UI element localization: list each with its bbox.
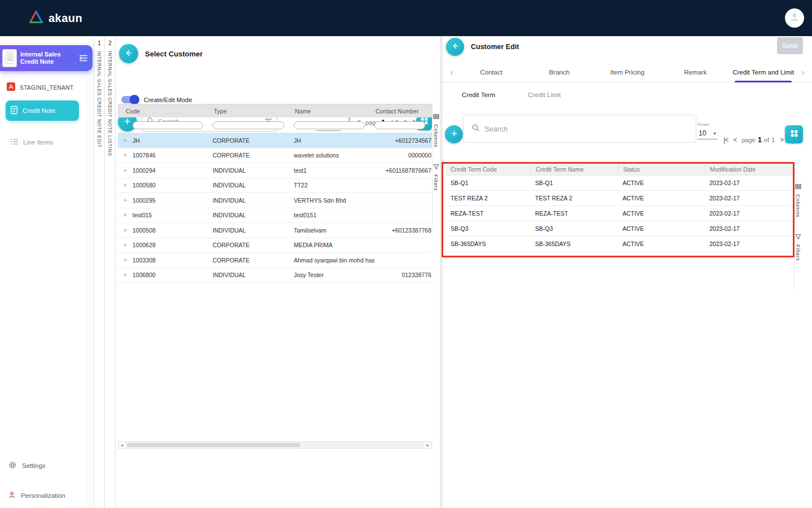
brand[interactable]: akaun <box>28 10 82 27</box>
credit-term-row[interactable]: REZA-TEST REZA-TEST ACTIVE 2023-02-17 <box>446 206 794 221</box>
horizontal-scrollbar[interactable]: ◄ ► <box>118 441 432 449</box>
create-edit-mode-toggle[interactable] <box>121 96 138 103</box>
cell-name: TT22 <box>294 182 374 189</box>
row-expand-chevron-icon[interactable]: > <box>118 198 133 203</box>
credit-term-table-tools: Columns Filters <box>794 174 802 290</box>
edit-tab[interactable]: Contact <box>457 62 526 82</box>
personalization-icon <box>8 491 16 500</box>
sidebar-item-personalization[interactable]: Personalization <box>8 491 65 500</box>
cell-code: test015 <box>133 212 213 218</box>
filter-input-name[interactable] <box>294 121 365 129</box>
customer-row[interactable]: > 1000628 CORPORATE MEDIA PRIMA <box>118 238 432 253</box>
credit-term-row[interactable]: SB-365DAYS SB-365DAYS ACTIVE 2023-02-17 <box>446 237 794 252</box>
columns-icon <box>795 182 801 192</box>
main-area: Internal Sales Credit Note STAGING_TENAN… <box>0 36 812 508</box>
module-header-internal-sales-credit-note[interactable]: Internal Sales Credit Note <box>0 45 92 71</box>
sidebar-item-credit-note[interactable]: Credit Note <box>6 100 79 121</box>
filters-tool[interactable]: Filters <box>795 232 801 261</box>
credit-term-row[interactable]: SB-Q3 SB-Q3 ACTIVE 2023-02-17 <box>446 221 794 237</box>
customer-row[interactable]: > 1006800 INDIVIDUAL Josy Tester 0123387… <box>118 268 432 283</box>
cell-credit-term-code: SB-365DAYS <box>446 240 531 247</box>
workspace-tab-2[interactable]: 2 INTERNAL SALES CREDIT NOTE LISTING <box>105 36 116 508</box>
tenant-name: STAGING_TENANT <box>20 85 73 91</box>
pagination-next-icon[interactable]: > <box>780 136 783 144</box>
back-button[interactable] <box>446 38 464 56</box>
cell-name: Josy Tester <box>294 271 374 278</box>
sidebar-item-settings[interactable]: Settings <box>8 461 46 471</box>
edit-tab[interactable]: Branch <box>526 62 594 82</box>
cell-code: 1000580 <box>133 182 213 189</box>
columns-tool[interactable]: Columns <box>795 182 801 217</box>
customer-row[interactable]: > 1000295 INDIVIDUAL VERTHYS Sdn Bhd <box>118 193 432 208</box>
row-expand-chevron-icon[interactable]: > <box>118 242 133 248</box>
credit-subtab[interactable]: Credit Term <box>454 91 503 98</box>
scrollbar-thumb[interactable] <box>127 443 300 447</box>
add-credit-term-button[interactable] <box>445 125 463 143</box>
row-expand-chevron-icon[interactable]: > <box>118 227 133 233</box>
credit-term-table-header: Credit Term CodeCredit Term NameStatusMo… <box>446 163 794 176</box>
row-expand-chevron-icon[interactable]: > <box>118 168 133 173</box>
row-expand-chevron-icon[interactable]: > <box>118 212 133 218</box>
column-header: Type <box>213 108 294 115</box>
columns-label: Columns <box>433 124 439 147</box>
scrollbar-track[interactable] <box>126 442 424 448</box>
customer-row[interactable]: > JH CORPORATE JH +6012734567 <box>118 133 432 148</box>
edit-tab[interactable]: Credit Term and Limit <box>729 62 797 82</box>
cell-modification-date: 2023-02-17 <box>705 195 794 202</box>
filter-input-contact[interactable] <box>374 121 425 129</box>
cell-type: INDIVIDUAL <box>213 197 294 204</box>
tabs-scroll-right-icon[interactable]: › <box>797 68 809 77</box>
credit-term-table: Credit Term CodeCredit Term NameStatusMo… <box>446 163 794 252</box>
row-expand-chevron-icon[interactable]: > <box>118 182 133 188</box>
user-avatar[interactable] <box>785 8 804 28</box>
workspace-tab-1[interactable]: 1 INTERNAL SALES CREDIT NOTE EDIT <box>94 36 105 508</box>
cell-name: wavelet solutions <box>294 152 374 159</box>
edit-tab[interactable]: Remark <box>661 62 730 82</box>
rows-select[interactable]: 10 ▼ <box>698 129 718 139</box>
scroll-right-icon[interactable]: ► <box>424 443 431 447</box>
scroll-left-icon[interactable]: ◄ <box>118 443 126 447</box>
customer-row[interactable]: > test015 INDIVIDUAL test0151 <box>118 208 432 224</box>
menu-collapse-icon[interactable] <box>79 54 88 62</box>
credit-term-search-input[interactable] <box>484 125 688 133</box>
pagination-prev-icon[interactable]: < <box>733 136 736 144</box>
pagination-first-icon[interactable]: |< <box>723 136 728 144</box>
sidebar-item-line-items[interactable]: Line Items <box>6 132 79 152</box>
cell-credit-term-name: SB-Q1 <box>531 179 618 186</box>
credit-term-row[interactable]: SB-Q1 SB-Q1 ACTIVE 2023-02-17 <box>446 176 794 191</box>
cell-modification-date: 2023-02-17 <box>705 210 794 217</box>
row-expand-chevron-icon[interactable]: > <box>118 257 133 263</box>
edit-tab-bar: ‹ ContactBranchItem PricingRemarkCredit … <box>443 62 812 82</box>
customer-row[interactable]: > 1000508 INDIVIDUAL Tamilselvam +601233… <box>118 223 432 238</box>
back-button[interactable] <box>119 44 138 63</box>
panel-title: Customer Edit <box>471 43 519 51</box>
customer-row[interactable]: > 1000294 INDIVIDUAL test1 +601168787666… <box>118 163 432 178</box>
credit-subtab[interactable]: Credit Limit <box>520 91 568 98</box>
app-root: akaun Internal Sales Credit Note <box>0 0 812 508</box>
cell-code: 1003308 <box>133 257 213 264</box>
credit-term-row[interactable]: TEST REZA 2 TEST REZA 2 ACTIVE 2023-02-1… <box>446 191 794 206</box>
customer-table-body: > JH CORPORATE JH +6012734567 > 1007846 … <box>118 133 432 283</box>
customer-row[interactable]: > 1003308 CORPORATE Ahmad syarqawi bin m… <box>118 253 432 268</box>
cell-name: Ahmad syarqawi bin mohd hass... <box>294 257 374 264</box>
filter-input-type[interactable] <box>213 121 284 129</box>
customer-table-columns: CodeTypeNameContact Number <box>125 104 432 117</box>
filters-tool[interactable]: Filters <box>433 162 439 191</box>
customer-row[interactable]: > 1000580 INDIVIDUAL TT22 <box>118 178 432 194</box>
columns-tool[interactable]: Columns <box>433 112 439 147</box>
pagination-infix: of <box>764 137 769 143</box>
cell-contact: 0000000 <box>374 152 432 159</box>
filter-input-code[interactable] <box>133 121 203 129</box>
rows-label: Rows <box>698 122 718 127</box>
edit-tab[interactable]: Item Pricing <box>593 62 661 82</box>
tenant-selector[interactable]: STAGING_TENANT <box>7 82 73 93</box>
tabs-scroll-left-icon[interactable]: ‹ <box>446 68 457 77</box>
grid-view-button[interactable] <box>785 125 803 143</box>
customer-row[interactable]: > 1007846 CORPORATE wavelet solutions 00… <box>118 148 432 164</box>
row-expand-chevron-icon[interactable]: > <box>118 138 133 143</box>
row-expand-chevron-icon[interactable]: > <box>118 152 133 158</box>
save-button[interactable]: Save <box>777 37 803 54</box>
column-header: Modification Date <box>705 163 794 175</box>
document-icon <box>10 106 18 116</box>
row-expand-chevron-icon[interactable]: > <box>118 272 133 278</box>
